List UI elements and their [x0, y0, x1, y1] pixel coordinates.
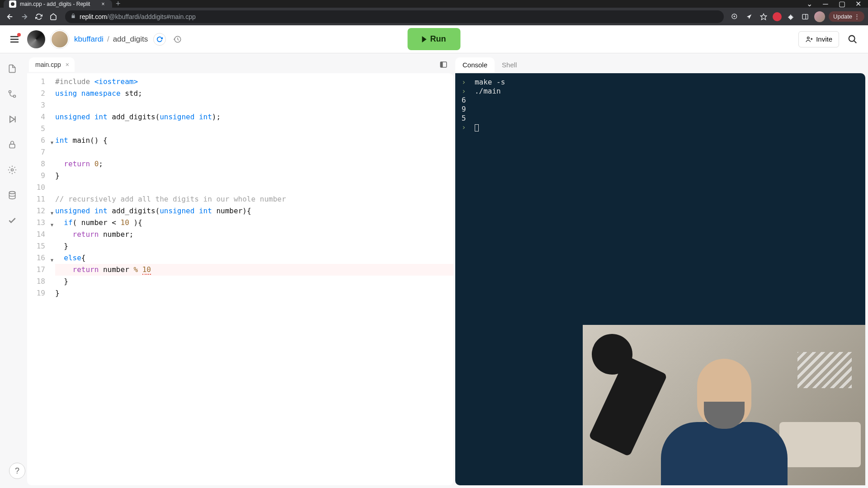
code-area[interactable]: #include <iostream>using namespace std; …: [49, 73, 453, 485]
svg-rect-24: [440, 62, 443, 67]
notification-dot-icon: [17, 33, 21, 37]
webcam-overlay: [583, 325, 865, 485]
blinds-light: [797, 352, 852, 388]
replit-favicon-icon: [9, 0, 16, 8]
version-control-icon[interactable]: [5, 87, 19, 101]
play-icon: [422, 36, 427, 42]
replit-app: kbuffardi / add_digits Run Invite: [0, 25, 868, 488]
secrets-icon[interactable]: [5, 137, 19, 152]
app-header: kbuffardi / add_digits Run Invite: [0, 25, 868, 53]
update-button[interactable]: Update⋮: [829, 11, 864, 22]
browser-chrome: main.cpp - add_digits - Replit × + ⌄ ─ ▢…: [0, 0, 868, 25]
send-icon[interactable]: [744, 11, 755, 22]
svg-point-21: [11, 169, 14, 171]
line-numbers: 123456▼789101112▼13▼141516▼171819: [27, 73, 49, 485]
zoom-icon[interactable]: [729, 11, 740, 22]
run-button[interactable]: Run: [408, 28, 461, 50]
home-button[interactable]: [47, 10, 60, 23]
hamburger-menu-button[interactable]: [7, 32, 22, 47]
profile-avatar[interactable]: [814, 11, 825, 22]
extensions-icon[interactable]: [785, 11, 796, 22]
invite-button[interactable]: Invite: [798, 31, 839, 47]
history-icon[interactable]: [171, 33, 184, 46]
replit-logo-icon[interactable]: [27, 30, 45, 48]
close-window-icon[interactable]: ✕: [852, 0, 864, 8]
tab-bar: main.cpp - add_digits - Replit × + ⌄ ─ ▢…: [0, 0, 868, 8]
forward-button[interactable]: [18, 10, 31, 23]
svg-point-11: [807, 37, 810, 39]
editor-tab-label: main.cpp: [35, 61, 61, 68]
svg-point-22: [9, 192, 15, 194]
close-icon[interactable]: ×: [99, 0, 107, 8]
browser-tab[interactable]: main.cpp - add_digits - Replit ×: [4, 0, 112, 8]
help-button[interactable]: ?: [9, 463, 25, 479]
tab-shell[interactable]: Shell: [495, 57, 524, 72]
checkmark-icon[interactable]: [5, 213, 19, 228]
back-button[interactable]: [4, 10, 16, 23]
refresh-icon[interactable]: [153, 33, 166, 46]
workspace: main.cpp × 123456▼789101112▼13▼141516▼17…: [0, 53, 868, 488]
svg-marker-18: [10, 116, 14, 122]
sidepanel-icon[interactable]: [800, 11, 811, 22]
search-button[interactable]: [844, 31, 861, 47]
code-editor[interactable]: 123456▼789101112▼13▼141516▼171819 #inclu…: [27, 73, 453, 485]
editor-tabs: main.cpp ×: [27, 56, 453, 73]
url-text: replit.com/@kbuffardi/adddigits#main.cpp: [80, 13, 718, 20]
settings-icon[interactable]: [5, 163, 19, 177]
editor-tab[interactable]: main.cpp ×: [29, 57, 75, 72]
user-avatar[interactable]: [51, 30, 69, 48]
tab-console[interactable]: Console: [455, 57, 495, 72]
maximize-icon[interactable]: ▢: [835, 0, 848, 8]
output-pane: Console Shell › make -s› ./main695›: [453, 53, 868, 488]
output-tabs: Console Shell: [455, 56, 865, 73]
svg-rect-20: [9, 144, 15, 148]
url-bar[interactable]: replit.com/@kbuffardi/adddigits#main.cpp: [65, 10, 724, 23]
star-icon[interactable]: [758, 11, 769, 22]
breadcrumb-project: add_digits: [113, 35, 148, 44]
reload-button[interactable]: [33, 10, 45, 23]
console-output[interactable]: › make -s› ./main695›: [455, 73, 865, 485]
toolbar-right: Update⋮: [729, 11, 864, 22]
database-icon[interactable]: [5, 188, 19, 202]
svg-marker-4: [760, 14, 766, 19]
window-controls: ⌄ ─ ▢ ✕: [803, 0, 868, 8]
svg-line-15: [854, 40, 857, 43]
svg-point-0: [11, 2, 14, 6]
sidebar-toggle-icon[interactable]: [437, 58, 450, 71]
svg-point-17: [14, 95, 16, 98]
lock-icon: [71, 13, 76, 20]
svg-point-14: [849, 35, 855, 41]
close-icon[interactable]: ×: [64, 61, 71, 68]
editor-pane: main.cpp × 123456▼789101112▼13▼141516▼17…: [24, 53, 453, 488]
files-icon[interactable]: [5, 61, 19, 76]
minimize-icon[interactable]: ─: [819, 0, 832, 8]
debugger-icon[interactable]: [5, 112, 19, 127]
extension-icon-red[interactable]: [773, 12, 782, 21]
svg-point-16: [9, 91, 11, 93]
svg-rect-5: [802, 14, 808, 19]
breadcrumb-separator: /: [107, 35, 109, 44]
breadcrumb-user[interactable]: kbuffardi: [74, 35, 104, 44]
browser-toolbar: replit.com/@kbuffardi/adddigits#main.cpp…: [0, 8, 868, 25]
left-rail: [0, 53, 24, 488]
tab-title: main.cpp - add_digits - Replit: [20, 1, 96, 7]
chevron-down-icon[interactable]: ⌄: [803, 0, 816, 8]
breadcrumb: kbuffardi / add_digits: [74, 35, 148, 44]
presenter: [656, 359, 792, 485]
